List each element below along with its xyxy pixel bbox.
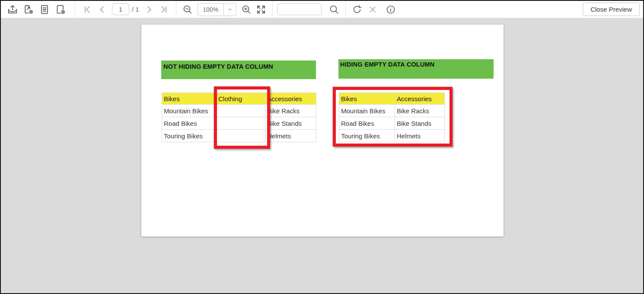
search-button[interactable] — [328, 3, 341, 16]
zoom-level-value: 100% — [198, 6, 223, 13]
zoom-group: 100% — [181, 3, 268, 16]
export-setup-button[interactable] — [22, 3, 35, 16]
toolbar-separator — [272, 1, 273, 18]
zoom-in-button[interactable] — [240, 3, 253, 16]
preview-canvas: NOT HIDING EMPTY DATA COLUMN Bikes Cloth… — [1, 18, 643, 294]
search-input[interactable] — [277, 3, 322, 15]
table-cell: Mountain Bikes — [162, 105, 217, 117]
info-icon — [386, 4, 396, 15]
page-count-label: / 1 — [132, 6, 139, 13]
export-button[interactable] — [6, 3, 19, 16]
zoom-out-icon — [182, 4, 193, 15]
zoom-in-icon — [241, 4, 252, 15]
page-gear-icon — [55, 4, 66, 15]
chevron-left-icon — [97, 5, 107, 14]
expand-arrows-icon — [256, 4, 266, 15]
table-cell: Touring Bikes — [162, 130, 217, 142]
info-button[interactable] — [384, 3, 397, 16]
zoom-out-button[interactable] — [181, 3, 194, 16]
actions-group — [351, 3, 397, 16]
next-page-button[interactable] — [143, 3, 156, 16]
cancel-button[interactable] — [366, 3, 379, 16]
table-cell: Bike Stands — [265, 117, 316, 130]
last-page-icon — [159, 5, 169, 14]
last-page-button[interactable] — [157, 3, 170, 16]
report-page: NOT HIDING EMPTY DATA COLUMN Bikes Cloth… — [141, 25, 504, 236]
page-setup-button[interactable] — [54, 3, 67, 16]
first-page-button[interactable] — [81, 3, 94, 16]
table-cell: Helmets — [265, 130, 316, 142]
search-group — [277, 3, 341, 16]
search-icon — [329, 4, 339, 15]
section-banner-not-hiding: NOT HIDING EMPTY DATA COLUMN — [161, 61, 316, 79]
close-x-icon — [368, 5, 377, 14]
close-preview-button[interactable]: Close Preview — [583, 3, 640, 16]
page-arrow-gear-icon — [23, 4, 34, 15]
highlight-table-box — [333, 87, 453, 147]
section-banner-hiding: HIDING EMPTY DATA COLUMN — [338, 59, 494, 79]
export-tray-arrow-up-icon — [7, 4, 18, 15]
table-cell: Bike Racks — [265, 105, 316, 117]
refresh-icon — [352, 4, 362, 15]
previous-page-button[interactable] — [96, 3, 108, 16]
print-layout-button[interactable] — [38, 3, 51, 16]
toolbar-separator — [345, 1, 346, 18]
refresh-button[interactable] — [351, 3, 363, 16]
zoom-level-select[interactable]: 100% — [198, 3, 236, 16]
toolbar-separator — [176, 1, 176, 18]
page-lines-icon — [39, 4, 50, 15]
highlight-empty-column-box — [214, 86, 270, 149]
header-cell: Accessories — [265, 93, 316, 105]
first-page-icon — [83, 5, 92, 14]
zoom-dropdown-toggle[interactable] — [223, 3, 236, 16]
chevron-down-icon — [226, 6, 234, 13]
toolbar-separator — [75, 1, 75, 18]
file-actions-group — [6, 3, 70, 16]
toolbar: / 1 100% — [1, 1, 643, 18]
page-navigation-group: / 1 — [80, 3, 171, 16]
table-cell: Road Bikes — [162, 117, 217, 130]
chevron-right-icon — [144, 5, 154, 14]
page-number-input[interactable] — [112, 3, 129, 15]
header-cell: Bikes — [162, 93, 217, 105]
report-preview-window: / 1 100% — [0, 0, 644, 294]
fit-to-page-button[interactable] — [255, 3, 268, 16]
